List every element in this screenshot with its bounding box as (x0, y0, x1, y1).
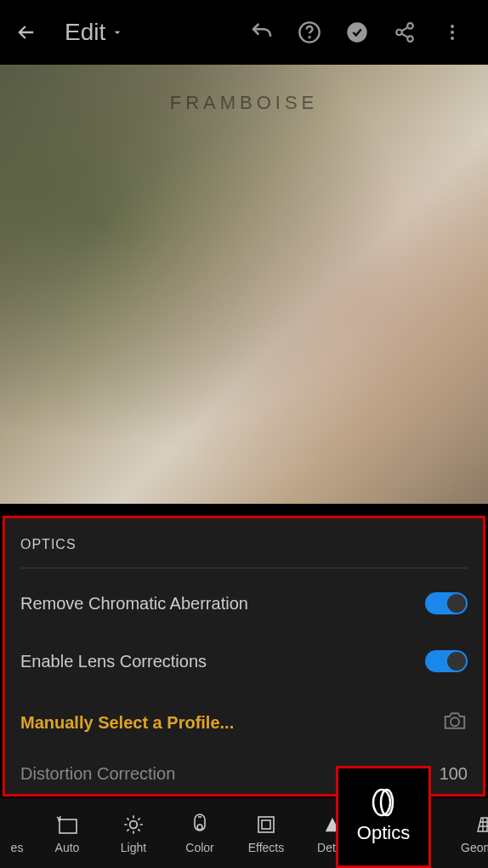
svg-point-12 (197, 825, 202, 830)
distortion-value: 100 (440, 764, 468, 784)
optics-label: Optics (357, 822, 410, 844)
checkmark-button[interactable] (333, 9, 381, 56)
tab-cut-left[interactable]: es (0, 812, 34, 854)
tab-label: es (11, 841, 24, 854)
tab-label: Effects (248, 841, 285, 854)
color-icon (191, 812, 208, 837)
effects-icon (256, 812, 276, 837)
rca-label: Remove Chromatic Aberration (20, 594, 248, 614)
tab-light[interactable]: Light (100, 812, 167, 854)
svg-point-5 (407, 36, 413, 42)
elc-label: Enable Lens Corrections (20, 652, 207, 671)
svg-point-8 (451, 37, 454, 40)
tab-auto[interactable]: Auto (34, 812, 100, 854)
help-button[interactable] (286, 9, 333, 56)
svg-rect-13 (258, 817, 274, 832)
tab-geometry[interactable]: Geometry (461, 812, 488, 854)
more-button[interactable] (428, 9, 476, 56)
elc-toggle[interactable] (425, 650, 468, 672)
chevron-down-icon (111, 26, 124, 39)
svg-rect-14 (262, 820, 270, 829)
tab-color[interactable]: Color (167, 812, 233, 854)
edit-label: Edit (65, 19, 105, 46)
undo-button[interactable] (238, 9, 286, 56)
rca-toggle[interactable] (425, 592, 468, 614)
panel-title: OPTICS (20, 537, 468, 552)
light-icon (122, 812, 145, 837)
svg-point-11 (130, 821, 138, 829)
camera-icon (442, 708, 468, 737)
svg-point-3 (407, 23, 413, 29)
share-button[interactable] (381, 9, 428, 56)
distortion-label: Distortion Correction (20, 764, 175, 784)
manual-profile-row[interactable]: Manually Select a Profile... (20, 708, 468, 737)
edit-dropdown[interactable]: Edit (65, 19, 124, 46)
optics-icon (366, 790, 400, 815)
photo-preview[interactable] (0, 65, 488, 504)
svg-rect-10 (60, 819, 77, 833)
svg-point-7 (451, 31, 454, 34)
tab-optics-active[interactable]: Optics (336, 766, 431, 868)
svg-point-6 (451, 25, 454, 28)
tab-label: Light (121, 841, 146, 854)
remove-chromatic-aberration-row: Remove Chromatic Aberration (20, 592, 468, 614)
enable-lens-corrections-row: Enable Lens Corrections (20, 650, 468, 672)
tab-label: Auto (55, 841, 80, 854)
geometry-icon (476, 812, 488, 837)
tab-label: Geometry (461, 841, 488, 854)
tab-label: Color (185, 841, 213, 854)
svg-point-9 (451, 717, 459, 726)
svg-point-4 (396, 30, 402, 36)
auto-icon (55, 812, 79, 837)
top-bar: Edit (0, 0, 488, 65)
divider (20, 568, 468, 568)
svg-point-2 (347, 22, 366, 42)
optics-panel: OPTICS Remove Chromatic Aberration Enabl… (3, 516, 485, 797)
svg-point-1 (309, 37, 309, 37)
tab-effects[interactable]: Effects (233, 812, 299, 854)
manual-profile-label: Manually Select a Profile... (20, 713, 234, 733)
back-button[interactable] (12, 18, 41, 47)
